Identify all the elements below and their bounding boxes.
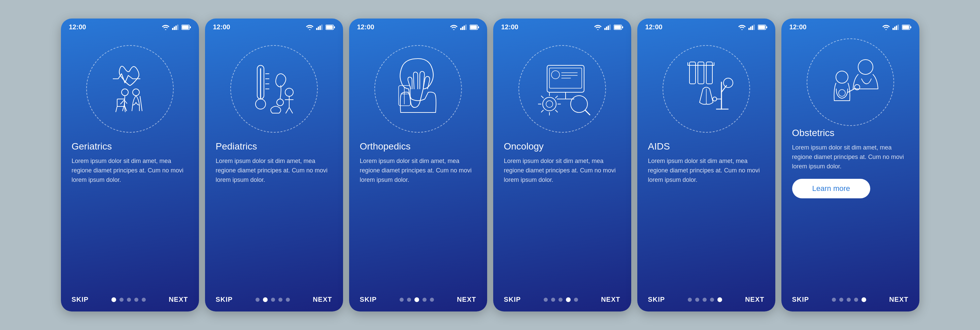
svg-rect-79 xyxy=(752,26,753,30)
wifi-icon-3 xyxy=(450,25,458,30)
status-icons-1 xyxy=(162,25,191,30)
dot-3-1 xyxy=(407,298,411,302)
body-oncology: Lorem ipsum dolor sit dim amet, mea regi… xyxy=(504,156,620,185)
time-4: 12:00 xyxy=(501,23,519,31)
skip-button-1[interactable]: SKIP xyxy=(72,296,89,303)
dot-5-0 xyxy=(688,298,692,302)
skip-button-6[interactable]: SKIP xyxy=(792,296,809,303)
status-bar-1: 12:00 xyxy=(61,19,199,33)
svg-rect-100 xyxy=(897,25,899,30)
screen-obstetrics: 12:00 xyxy=(781,19,920,311)
screen-geriatrics: 12:00 xyxy=(61,19,199,311)
dashed-circle-1 xyxy=(86,45,174,133)
svg-point-61 xyxy=(551,71,560,79)
status-bar-6: 12:00 xyxy=(781,19,920,33)
dot-1-3 xyxy=(134,298,138,302)
svg-point-104 xyxy=(858,60,873,75)
body-orthopedics: Lorem ipsum dolor sit dim amet, mea regi… xyxy=(360,156,476,185)
next-button-3[interactable]: NEXT xyxy=(457,296,476,303)
status-bar-4: 12:00 xyxy=(493,19,631,33)
wifi-icon-6 xyxy=(882,25,890,30)
svg-point-7 xyxy=(121,89,128,96)
next-button-1[interactable]: NEXT xyxy=(169,296,188,303)
skip-button-3[interactable]: SKIP xyxy=(360,296,377,303)
svg-rect-46 xyxy=(478,26,479,28)
dots-1 xyxy=(111,297,146,302)
svg-rect-52 xyxy=(608,26,609,30)
dot-2-3 xyxy=(278,298,282,302)
svg-rect-99 xyxy=(896,26,897,30)
dots-2 xyxy=(256,297,290,302)
dot-3-3 xyxy=(423,298,426,302)
dashed-circle-4 xyxy=(519,45,606,133)
dot-4-4 xyxy=(574,298,578,302)
dashed-circle-6 xyxy=(807,38,894,126)
dot-6-1 xyxy=(839,298,843,302)
learn-more-button[interactable]: Learn more xyxy=(792,179,870,198)
svg-rect-2 xyxy=(175,26,177,30)
illustration-orthopedics xyxy=(349,33,487,141)
svg-line-74 xyxy=(541,110,543,112)
next-button-2[interactable]: NEXT xyxy=(313,296,332,303)
dashed-circle-5 xyxy=(663,45,750,133)
time-1: 12:00 xyxy=(69,23,86,31)
dot-5-2 xyxy=(703,298,706,302)
svg-point-65 xyxy=(542,97,556,111)
dot-5-1 xyxy=(695,298,699,302)
dot-1-0 xyxy=(111,297,116,302)
illustration-pediatrics xyxy=(205,33,343,141)
svg-point-35 xyxy=(285,88,293,96)
dot-3-2 xyxy=(414,297,419,302)
battery-icon-6 xyxy=(902,25,911,30)
dot-6-0 xyxy=(832,298,836,302)
illustration-oncology xyxy=(493,33,631,141)
svg-line-76 xyxy=(585,110,590,115)
content-geriatrics: Geriatrics Lorem ipsum dolor sit dim ame… xyxy=(61,141,199,185)
geriatrics-icon xyxy=(93,52,167,126)
svg-point-94 xyxy=(724,78,733,88)
svg-rect-78 xyxy=(750,27,751,30)
bottom-nav-6: SKIP NEXT xyxy=(781,290,920,311)
svg-rect-26 xyxy=(334,26,335,28)
signal-icon-6 xyxy=(892,25,899,30)
next-button-6[interactable]: NEXT xyxy=(889,296,908,303)
battery-icon-2 xyxy=(326,25,335,30)
svg-rect-50 xyxy=(604,28,606,30)
dots-3 xyxy=(399,297,434,302)
svg-rect-102 xyxy=(902,25,909,29)
time-6: 12:00 xyxy=(789,23,807,31)
svg-rect-51 xyxy=(606,27,607,30)
screen-pediatrics: 12:00 xyxy=(205,19,343,311)
signal-icon-5 xyxy=(748,25,755,30)
dashed-circle-3 xyxy=(374,45,462,133)
title-aids: AIDS xyxy=(648,141,765,152)
dashed-circle-2 xyxy=(230,45,318,133)
svg-line-11 xyxy=(123,105,124,111)
skip-button-4[interactable]: SKIP xyxy=(504,296,521,303)
signal-icon-1 xyxy=(172,25,179,30)
svg-rect-103 xyxy=(910,26,911,28)
next-button-5[interactable]: NEXT xyxy=(745,296,764,303)
dot-5-4 xyxy=(718,297,722,302)
svg-point-106 xyxy=(838,89,845,96)
battery-icon-3 xyxy=(469,25,479,30)
skip-button-5[interactable]: SKIP xyxy=(648,296,665,303)
content-oncology: Oncology Lorem ipsum dolor sit dim amet,… xyxy=(493,141,631,185)
next-button-4[interactable]: NEXT xyxy=(601,296,620,303)
svg-rect-82 xyxy=(758,25,765,29)
battery-icon-1 xyxy=(181,25,191,30)
aids-icon xyxy=(669,52,743,126)
status-icons-3 xyxy=(450,25,479,30)
status-bar-3: 12:00 xyxy=(349,19,487,33)
svg-rect-77 xyxy=(748,28,750,30)
svg-rect-6 xyxy=(190,26,191,28)
obstetrics-icon xyxy=(813,45,888,119)
skip-button-2[interactable]: SKIP xyxy=(216,296,233,303)
bottom-nav-3: SKIP NEXT xyxy=(349,290,487,311)
svg-rect-1 xyxy=(174,27,175,30)
svg-line-19 xyxy=(140,96,142,111)
bottom-nav-5: SKIP NEXT xyxy=(637,290,775,311)
dot-6-2 xyxy=(847,298,851,302)
signal-icon-4 xyxy=(604,25,611,30)
dot-4-0 xyxy=(544,298,548,302)
